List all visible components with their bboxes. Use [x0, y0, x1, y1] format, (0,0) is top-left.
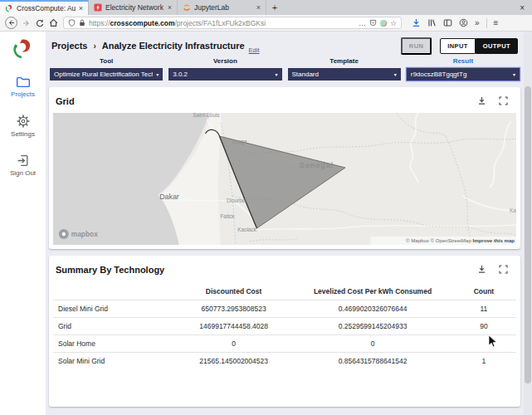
breadcrumb-separator-icon: › — [93, 42, 95, 51]
output-button[interactable]: OUTPUT — [476, 38, 518, 54]
chevron-down-icon: ▾ — [513, 71, 515, 77]
overflow-menu-icon[interactable]: » — [475, 18, 480, 27]
breadcrumb-projects[interactable]: Projects — [51, 41, 87, 51]
attribution-text: © Mapbox © OpenStreetMap — [406, 237, 472, 243]
map-canvas: Saint-Louis Louga Dakar Diourbel Fatick … — [53, 113, 516, 245]
new-tab-button[interactable]: + — [266, 0, 283, 15]
column-header: Levelized Cost Per kWh Consumed — [294, 283, 451, 300]
main-panel: Projects › Analyze Electricity Infrastru… — [46, 32, 524, 415]
tracking-shield-icon[interactable] — [68, 19, 76, 27]
page-header: Projects › Analyze Electricity Infrastru… — [49, 35, 520, 56]
fullscreen-button[interactable] — [499, 94, 508, 109]
grid-card-header: Grid — [53, 91, 516, 113]
browser-tab-electricity[interactable]: Electricity Network × — [89, 0, 178, 15]
lock-icon[interactable] — [79, 19, 85, 27]
sidebar-item-label: Projects — [11, 90, 35, 98]
input-button[interactable]: INPUT — [440, 38, 476, 54]
sidebar-item-settings[interactable]: Settings — [11, 115, 35, 138]
download-button[interactable] — [477, 94, 486, 109]
tab-close-icon[interactable]: × — [256, 3, 261, 12]
mouse-cursor — [488, 335, 498, 349]
chevron-down-icon: ▾ — [275, 71, 277, 77]
summary-title: Summary By Technology — [56, 265, 164, 275]
browser-tab-jupyterlab[interactable]: JupyterLab × — [178, 0, 266, 15]
url-host: crosscompute.com — [110, 19, 175, 27]
table-cell: 0 — [294, 335, 451, 353]
back-button[interactable] — [5, 17, 17, 29]
hamburger-menu-icon[interactable]: ≡ — [494, 18, 499, 27]
table-cell: 90 — [451, 318, 516, 335]
table-header-row: Discounted Cost Levelized Cost Per kWh C… — [53, 283, 516, 300]
map-label-saint-louis: Saint-Louis — [193, 113, 219, 118]
sidebar-item-label: Settings — [11, 130, 35, 138]
row-label: Diesel Mini Grid — [53, 300, 173, 318]
controls-row: Tool Optimize Rural Electrification Tech… — [49, 57, 520, 81]
map-coastal-region — [159, 113, 222, 245]
table-cell — [451, 335, 516, 353]
edit-link[interactable]: Edit — [249, 46, 260, 56]
url-bar[interactable]: https://crosscompute.com/projects/FA1fLx… — [63, 17, 402, 29]
tab-close-icon[interactable]: × — [168, 3, 172, 12]
app-sidebar: Projects Settings Sign Out — [0, 32, 46, 415]
home-button[interactable] — [49, 18, 58, 27]
row-label: Grid — [53, 318, 173, 335]
tool-select[interactable]: Optimize Rural Electrification Tech ▾ — [50, 68, 163, 81]
tab-title: CrossCompute: Automat — [17, 4, 76, 12]
pocket-icon[interactable] — [369, 19, 377, 27]
downloads-icon[interactable] — [412, 18, 421, 27]
library-icon[interactable] — [427, 18, 437, 27]
run-button[interactable]: RUN — [401, 37, 432, 55]
summary-card-header: Summary By Technology — [53, 260, 516, 281]
summary-table: Discounted Cost Levelized Cost Per kWh C… — [53, 283, 516, 369]
url-path: /projects/FA1fLxFUk2xBGKsi — [174, 19, 266, 27]
scrollbar-thumb[interactable] — [525, 86, 531, 383]
version-select-value: 3.0.2 — [173, 71, 271, 78]
url-text[interactable]: https://crosscompute.com/projects/FA1fLx… — [89, 19, 355, 27]
table-cell: 1 — [451, 353, 516, 370]
map-label-louga: Louga — [232, 139, 247, 145]
tool-label: Tool — [50, 57, 163, 65]
page-actions-icon[interactable]: … — [359, 19, 366, 27]
reload-button[interactable] — [36, 19, 44, 27]
gear-icon — [17, 115, 30, 128]
sidebar-item-projects[interactable]: Projects — [11, 76, 35, 98]
template-select-value: Standard — [292, 71, 391, 78]
template-label: Template — [288, 57, 401, 65]
page-title: Analyze Electricity Infrastructure — [102, 41, 245, 51]
header-buttons: RUN INPUT OUTPUT — [401, 37, 518, 55]
map-label-kaolack: Kaolack — [237, 227, 257, 232]
download-button[interactable] — [477, 262, 486, 277]
map-label-kayes: Kayes — [510, 208, 516, 214]
crosscompute-favicon — [5, 4, 13, 12]
row-label: Solar Mini Grid — [53, 353, 173, 370]
result-select[interactable]: r9docszB8TgqgtTg ▾ — [407, 68, 520, 81]
version-label: Version — [168, 57, 281, 65]
browser-tab-crosscompute[interactable]: CrossCompute: Automat × — [0, 0, 89, 15]
table-cell: 650773.2953808523 — [173, 300, 294, 318]
map-label-diourbel: Diourbel — [227, 198, 246, 203]
browser-tab-bar: CrossCompute: Automat × Electricity Netw… — [0, 0, 532, 15]
map-label-senegal: Senegal — [300, 160, 334, 169]
tab-close-icon[interactable]: × — [79, 4, 83, 12]
vertical-scrollbar[interactable] — [524, 32, 532, 415]
sidebar-item-sign-out[interactable]: Sign Out — [10, 154, 36, 177]
map-label-fatick: Fatick — [220, 213, 235, 219]
column-header — [53, 283, 173, 300]
fullscreen-button[interactable] — [499, 262, 508, 277]
tool-select-value: Optimize Rural Electrification Tech — [54, 71, 153, 78]
extension-icon[interactable] — [380, 20, 387, 27]
svg-text:© Mapbox © OpenStreetMap Impro: © Mapbox © OpenStreetMap Improve this ma… — [406, 237, 515, 243]
version-control: Version 3.0.2 ▾ — [168, 57, 281, 81]
map[interactable]: Saint-Louis Louga Dakar Diourbel Fatick … — [53, 113, 516, 245]
account-icon[interactable] — [459, 18, 468, 27]
forward-button[interactable] — [22, 19, 31, 27]
page-content: Projects Settings Sign Out — [0, 32, 532, 415]
sidebar-toggle-icon[interactable] — [443, 18, 452, 27]
improve-map-link[interactable]: Improve this map — [473, 237, 515, 243]
bookmark-star-icon[interactable]: ☆ — [390, 19, 397, 27]
template-select[interactable]: Standard ▾ — [288, 68, 401, 81]
table-row: Solar Home00 — [53, 335, 516, 353]
version-select[interactable]: 3.0.2 ▾ — [168, 68, 281, 81]
mapbox-logo[interactable]: mapbox — [59, 229, 98, 239]
window-close-button[interactable]: × — [512, 0, 532, 15]
